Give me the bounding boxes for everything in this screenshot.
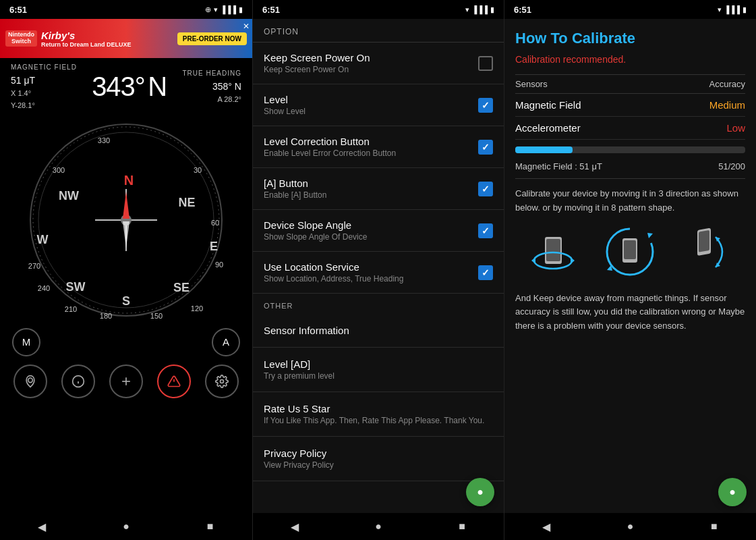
svg-text:150: 150	[150, 312, 163, 320]
svg-text:210: 210	[65, 305, 77, 313]
bottom-nav-calibrate: ◀ ● ■	[504, 513, 756, 540]
calibrate-title: How To Calibrate	[515, 30, 745, 47]
compass-panel: 6:51 ⊕ ▾ ▐▐▐ ▮ Nintendo Switch Kirby's R…	[0, 0, 252, 540]
svg-text:180: 180	[100, 312, 112, 320]
wifi-icon-c: ▾	[718, 5, 722, 14]
status-bar-calibrate: 6:51 ▾ ▐▐▐ ▮	[504, 0, 756, 19]
home-button[interactable]: ●	[117, 517, 136, 536]
status-icons-settings: ▾ ▐▐▐ ▮	[465, 5, 494, 14]
battery-icon: ▮	[239, 5, 243, 14]
recents-button-calibrate[interactable]: ■	[705, 517, 724, 536]
true-heading-info: TRUE HEADING 358° N A 28.2°	[182, 68, 241, 106]
compass-ma-buttons: M A	[0, 324, 252, 360]
info-button[interactable]	[61, 364, 95, 398]
settings-item-privacy[interactable]: Privacy Policy View Privacy Policy	[253, 437, 504, 481]
ad-close-button[interactable]: ✕	[243, 22, 250, 31]
settings-item-level-ad[interactable]: Level [AD] Try a premium level	[253, 348, 504, 392]
checkbox-a-button[interactable]	[478, 182, 493, 196]
back-button-calibrate[interactable]: ◀	[537, 517, 556, 536]
option-section-header: OPTION	[253, 19, 504, 43]
svg-text:N: N	[124, 173, 134, 188]
signal-icon-s: ▐▐▐	[472, 5, 488, 14]
svg-point-35	[220, 379, 223, 383]
sensor-row-magnetic: Magnetic Field Medium	[515, 94, 745, 117]
checkbox-slope-angle[interactable]	[478, 223, 493, 238]
svg-text:SE: SE	[173, 281, 190, 294]
ad-text: Kirby's Return to Dream Land DELUXE	[41, 30, 173, 48]
settings-item-slope-angle[interactable]: Device Slope Angle Show Slope Angle Of D…	[253, 210, 504, 252]
svg-marker-40	[531, 257, 535, 264]
calibrate-content: How To Calibrate Calibration recommended…	[504, 19, 756, 513]
settings-item-text-keep-screen: Keep Screen Power On Keep Screen Power O…	[264, 52, 478, 74]
signal-icon: ▐▐▐	[221, 5, 236, 14]
calibrate-panel: 6:51 ▾ ▐▐▐ ▮ How To Calibrate Calibratio…	[504, 0, 756, 540]
calib-fig-3	[678, 223, 736, 281]
compass-dial: // This is decorative SVG, drawn inline …	[25, 119, 227, 321]
svg-rect-45	[624, 240, 636, 259]
battery-icon-c: ▮	[743, 5, 747, 14]
checkbox-level-correction[interactable]	[478, 140, 493, 155]
checkbox-location[interactable]	[478, 265, 493, 280]
bottom-nav-compass: ◀ ● ■	[0, 513, 252, 540]
a-button[interactable]: A	[212, 328, 240, 356]
checkbox-keep-screen[interactable]	[478, 56, 493, 71]
status-bar-compass: 6:51 ⊕ ▾ ▐▐▐ ▮	[0, 0, 252, 19]
svg-text:240: 240	[38, 284, 50, 292]
compass-icon-row	[0, 360, 252, 402]
svg-text:60: 60	[211, 219, 219, 227]
home-button-calibrate[interactable]: ●	[620, 517, 639, 536]
settings-item-text-slope-angle: Device Slope Angle Show Slope Angle Of D…	[264, 219, 478, 242]
checkbox-level[interactable]	[478, 98, 493, 113]
fab-button-calibrate[interactable]: ●	[718, 478, 747, 506]
settings-item-location[interactable]: Use Location Service Show Location, Addr…	[253, 252, 504, 294]
svg-text:E: E	[210, 240, 218, 253]
wifi-icon: ▾	[214, 5, 218, 14]
alert-button[interactable]	[157, 364, 191, 398]
settings-panel: 6:51 ▾ ▐▐▐ ▮ OPTION Keep Screen Power On…	[252, 0, 504, 540]
status-icons-calibrate: ▾ ▐▐▐ ▮	[718, 5, 747, 14]
recents-button[interactable]: ■	[201, 517, 220, 536]
calibration-progress-fill	[515, 146, 573, 153]
svg-point-27	[28, 378, 33, 383]
status-time-settings: 6:51	[262, 5, 280, 15]
calib-fig-1	[525, 223, 582, 281]
svg-text:30: 30	[194, 166, 202, 174]
settings-item-text-a-button: [A] Button Enable [A] Button	[264, 178, 478, 200]
settings-item-level[interactable]: Level Show Level	[253, 84, 504, 126]
settings-item-level-correction[interactable]: Level Correction Button Enable Level Err…	[253, 126, 504, 168]
settings-item-text-level: Level Show Level	[264, 94, 478, 116]
wifi-icon-s: ▾	[465, 5, 469, 14]
svg-text:W: W	[37, 233, 49, 246]
back-button-settings[interactable]: ◀	[285, 517, 304, 536]
settings-item-keep-screen[interactable]: Keep Screen Power On Keep Screen Power O…	[253, 43, 504, 84]
settings-list: Keep Screen Power On Keep Screen Power O…	[253, 43, 504, 511]
location-button[interactable]	[13, 364, 47, 398]
settings-button[interactable]	[205, 364, 239, 398]
svg-rect-37	[546, 239, 560, 261]
svg-text:NE: NE	[178, 196, 195, 209]
back-button[interactable]: ◀	[32, 517, 51, 536]
svg-marker-25	[123, 192, 129, 219]
svg-text:300: 300	[53, 166, 65, 174]
settings-item-rate-us[interactable]: Rate Us 5 Star If You Like This App. The…	[253, 392, 504, 437]
calibrate-warning: And Keep device away from magnetic thing…	[515, 292, 745, 333]
status-time-calibrate: 6:51	[514, 5, 531, 15]
home-button-settings[interactable]: ●	[369, 517, 388, 536]
recents-button-settings[interactable]: ■	[453, 517, 471, 536]
svg-rect-47	[699, 230, 709, 252]
ad-cta-button[interactable]: PRE-ORDER NOW	[177, 32, 247, 45]
svg-text:270: 270	[28, 262, 40, 270]
fab-button[interactable]: ●	[466, 478, 494, 506]
m-button[interactable]: M	[12, 328, 40, 356]
calib-fig-2	[602, 223, 659, 281]
settings-item-text-location: Use Location Service Show Location, Addr…	[264, 261, 478, 284]
compass-svg: // This is decorative SVG, drawn inline …	[25, 119, 227, 321]
svg-text:120: 120	[191, 304, 203, 313]
add-button[interactable]	[109, 364, 143, 398]
svg-text:330: 330	[98, 136, 110, 144]
status-icons: ⊕ ▾ ▐▐▐ ▮	[205, 5, 243, 14]
other-section-header: OTHER	[253, 294, 504, 314]
settings-item-a-button[interactable]: [A] Button Enable [A] Button	[253, 168, 504, 210]
ad-banner[interactable]: Nintendo Switch Kirby's Return to Dream …	[0, 19, 252, 58]
settings-item-sensor-info[interactable]: Sensor Information	[253, 314, 504, 348]
